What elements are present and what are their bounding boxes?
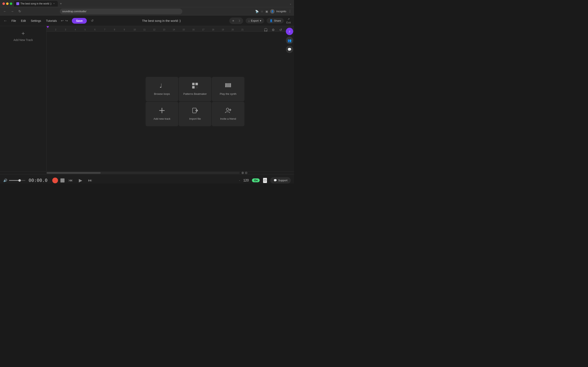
refresh-button[interactable]: ↺ <box>91 19 94 23</box>
browser-menu-button[interactable]: ⋮ <box>288 9 292 13</box>
play-synth-label: Play the synth <box>220 92 236 96</box>
star-icon[interactable]: ☆ <box>261 10 263 13</box>
address-bar[interactable]: soundtrap.com/studio/ <box>60 8 182 14</box>
ruler[interactable]: 2 3 4 5 6 7 8 9 10 11 12 13 14 15 16 17 … <box>47 26 294 32</box>
ruler-marker-15: 16 <box>192 29 195 31</box>
tab-label: The best song in the world :) <box>20 2 51 5</box>
svg-rect-10 <box>226 83 226 86</box>
volume-icon: 🔊 <box>3 178 7 182</box>
ruler-marker-14: 15 <box>182 29 185 31</box>
app-header: ← File Edit Settings Tutorials ↩ ↪ Save … <box>0 16 294 26</box>
play-button[interactable]: ▶ <box>77 177 84 184</box>
ruler-marker-20: 21 <box>241 29 243 31</box>
record-button[interactable] <box>52 178 58 183</box>
music-note-sidebar-button[interactable]: ♪ <box>286 28 293 35</box>
ruler-marker-4: 5 <box>85 29 86 31</box>
ruler-reset-button[interactable]: ↺ <box>278 27 283 32</box>
transport-settings-button[interactable]: ⚙ <box>263 178 267 183</box>
reload-nav-button[interactable]: ↻ <box>17 9 22 14</box>
svg-rect-11 <box>228 83 229 86</box>
scrollbar-area: ⊕ ⊖ <box>0 171 294 174</box>
zoom-controls: ⊕ ⊖ <box>241 171 247 175</box>
file-menu-button[interactable]: File <box>11 19 16 22</box>
export-button[interactable]: ↓ Export ▾ <box>246 18 264 24</box>
profile-icon: 👤 <box>270 9 275 14</box>
profile-area[interactable]: 👤 Incognito <box>270 9 286 14</box>
invite-friend-label: Invite a friend <box>220 117 236 121</box>
sidebar-toggle-icon[interactable]: ▣ <box>265 10 268 13</box>
timeline-scrollbar-thumb[interactable] <box>47 172 101 174</box>
support-button[interactable]: 💬 Support <box>270 177 291 184</box>
undo-button[interactable]: ↩ <box>61 19 63 23</box>
exit-button[interactable]: ↗ Exit <box>286 17 291 24</box>
people-sidebar-button[interactable]: 👥 <box>286 37 293 44</box>
minimize-button-traffic[interactable] <box>6 2 9 5</box>
ruler-marker-3: 4 <box>75 29 76 31</box>
time-display: 00:00.0 <box>29 178 49 183</box>
ruler-marker-12: 13 <box>163 29 165 31</box>
ruler-marker-16: 17 <box>202 29 204 31</box>
export-chevron-icon: ▾ <box>260 19 261 22</box>
tab-favicon <box>16 2 19 5</box>
settings-menu-button[interactable]: Settings <box>31 19 41 22</box>
fast-forward-icon: ⏭ <box>88 178 92 183</box>
fast-forward-button[interactable]: ⏭ <box>86 177 94 184</box>
browse-loops-card[interactable]: ♩ Browse loops <box>146 77 178 101</box>
share-button[interactable]: 👤 Share <box>267 18 284 24</box>
forward-nav-button[interactable]: → <box>10 9 15 14</box>
export-icon: ↓ <box>249 19 250 22</box>
rewind-button[interactable]: ⏮ <box>67 177 74 184</box>
svg-rect-9 <box>230 83 231 87</box>
redo-button[interactable]: ↪ <box>65 19 68 23</box>
active-tab[interactable]: The best song in the world :) × <box>14 1 58 7</box>
edit-menu-button[interactable]: Edit <box>21 19 26 22</box>
svg-text:♩: ♩ <box>159 83 162 89</box>
share-icon: 👤 <box>269 19 273 22</box>
zoom-in-button[interactable]: ⊕ <box>241 171 244 175</box>
import-file-card[interactable]: Import file <box>179 102 211 126</box>
chat-sidebar-button[interactable]: 💬 <box>286 46 293 53</box>
address-bar-icons: 📡 ☆ ▣ 👤 Incognito ⋮ <box>255 9 292 14</box>
light-theme-button[interactable]: ☀ <box>231 18 236 23</box>
add-track-icon: + <box>21 30 25 37</box>
play-synth-card[interactable]: Play the synth <box>212 77 244 101</box>
svg-rect-3 <box>192 86 195 89</box>
close-button-traffic[interactable] <box>2 2 5 5</box>
address-bar-row: ← → ↻ soundtrap.com/studio/ 📡 ☆ ▣ 👤 Inco… <box>0 7 294 16</box>
exit-icon: ↗ <box>287 17 290 21</box>
support-icon: 💬 <box>274 179 277 182</box>
stop-button[interactable] <box>61 178 65 183</box>
tempo-value: 120 <box>243 179 249 182</box>
browse-loops-icon: ♩ <box>159 82 165 90</box>
invite-friend-card[interactable]: Invite a friend <box>212 102 244 126</box>
app-back-button[interactable]: ← <box>3 18 7 23</box>
tab-close-button[interactable]: × <box>52 2 55 5</box>
dark-theme-button[interactable]: ☽ <box>237 18 242 23</box>
cast-icon[interactable]: 📡 <box>255 10 259 13</box>
tempo-separator: - <box>239 179 240 182</box>
action-cards-overlay: ♩ Browse loops Patte <box>146 77 244 126</box>
ruler-settings-button[interactable]: ⚙ <box>270 27 276 32</box>
back-nav-button[interactable]: ← <box>2 9 7 14</box>
on-badge[interactable]: On <box>252 178 260 182</box>
headphone-icon-button[interactable]: 🎧 <box>263 27 269 32</box>
main-area: + Add New Track 2 3 4 5 6 7 8 9 10 11 12… <box>0 26 294 171</box>
ruler-marker-7: 8 <box>114 29 115 31</box>
save-button[interactable]: Save <box>72 18 87 24</box>
transport-right: - 120 On ⚙ 💬 Support <box>239 177 291 184</box>
playhead[interactable] <box>47 26 49 32</box>
add-new-track-button[interactable]: + Add New Track <box>13 30 33 42</box>
maximize-button-traffic[interactable] <box>10 2 12 5</box>
volume-slider[interactable] <box>9 180 25 181</box>
new-tab-button[interactable]: + <box>59 1 63 6</box>
patterns-beatmaker-label: Patterns Beatmaker <box>183 92 207 96</box>
timeline-scrollbar-track[interactable] <box>47 172 240 174</box>
patterns-beatmaker-card[interactable]: Patterns Beatmaker <box>179 77 211 101</box>
add-new-track-card[interactable]: Add new track <box>146 102 178 126</box>
browser-expand-icon[interactable]: ⌄ <box>290 2 292 5</box>
zoom-out-button[interactable]: ⊖ <box>245 171 247 175</box>
grid-area[interactable]: ♩ Browse loops Patte <box>47 32 284 171</box>
tutorials-menu-button[interactable]: Tutorials <box>46 19 57 22</box>
people-icon: 👥 <box>287 39 292 42</box>
ruler-marker-10: 11 <box>143 29 146 31</box>
